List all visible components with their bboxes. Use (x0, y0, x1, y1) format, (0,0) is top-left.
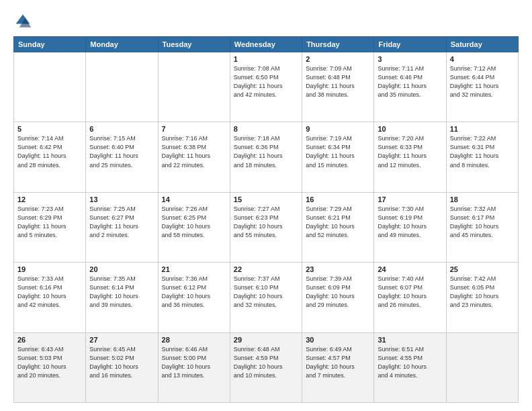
calendar-cell: 16Sunrise: 7:29 AM Sunset: 6:21 PM Dayli… (302, 192, 374, 262)
day-number: 7 (162, 125, 226, 133)
calendar-cell: 17Sunrise: 7:30 AM Sunset: 6:19 PM Dayli… (374, 192, 446, 262)
weekday-header-thursday: Thursday (302, 37, 374, 52)
day-info: Sunrise: 7:19 AM Sunset: 6:34 PM Dayligh… (306, 134, 370, 169)
calendar-cell: 26Sunrise: 6:43 AM Sunset: 5:03 PM Dayli… (14, 332, 86, 402)
calendar-cell: 23Sunrise: 7:39 AM Sunset: 6:09 PM Dayli… (302, 263, 374, 332)
day-info: Sunrise: 7:23 AM Sunset: 6:29 PM Dayligh… (17, 205, 82, 240)
day-number: 22 (234, 265, 298, 273)
day-number: 31 (378, 336, 442, 344)
calendar-cell: 1Sunrise: 7:08 AM Sunset: 6:50 PM Daylig… (230, 52, 302, 122)
calendar-cell: 28Sunrise: 6:46 AM Sunset: 5:00 PM Dayli… (158, 332, 230, 402)
week-row-5: 26Sunrise: 6:43 AM Sunset: 5:03 PM Dayli… (14, 332, 519, 402)
calendar-cell: 2Sunrise: 7:09 AM Sunset: 6:48 PM Daylig… (302, 52, 374, 122)
calendar-table: SundayMondayTuesdayWednesdayThursdayFrid… (13, 36, 519, 403)
calendar-cell: 14Sunrise: 7:26 AM Sunset: 6:25 PM Dayli… (158, 192, 230, 262)
calendar-cell: 12Sunrise: 7:23 AM Sunset: 6:29 PM Dayli… (14, 192, 86, 262)
day-info: Sunrise: 7:16 AM Sunset: 6:38 PM Dayligh… (162, 134, 226, 169)
day-info: Sunrise: 7:09 AM Sunset: 6:48 PM Dayligh… (306, 64, 370, 99)
day-number: 23 (306, 265, 370, 273)
calendar-cell (158, 52, 230, 122)
weekday-header-sunday: Sunday (14, 37, 86, 52)
day-number: 28 (162, 336, 226, 344)
day-info: Sunrise: 7:33 AM Sunset: 6:16 PM Dayligh… (17, 275, 82, 310)
week-row-4: 19Sunrise: 7:33 AM Sunset: 6:16 PM Dayli… (14, 263, 519, 332)
day-number: 9 (306, 125, 370, 133)
day-number: 10 (378, 125, 442, 133)
day-info: Sunrise: 7:35 AM Sunset: 6:14 PM Dayligh… (89, 275, 154, 310)
day-number: 19 (17, 265, 82, 273)
calendar-cell (86, 52, 158, 122)
calendar-cell: 24Sunrise: 7:40 AM Sunset: 6:07 PM Dayli… (374, 263, 446, 332)
calendar-cell: 5Sunrise: 7:14 AM Sunset: 6:42 PM Daylig… (14, 122, 86, 192)
day-info: Sunrise: 7:15 AM Sunset: 6:40 PM Dayligh… (89, 134, 154, 169)
day-number: 20 (89, 265, 154, 273)
day-info: Sunrise: 7:40 AM Sunset: 6:07 PM Dayligh… (378, 275, 442, 310)
day-number: 26 (17, 336, 82, 344)
week-row-2: 5Sunrise: 7:14 AM Sunset: 6:42 PM Daylig… (14, 122, 519, 192)
day-number: 29 (234, 336, 298, 344)
day-info: Sunrise: 7:14 AM Sunset: 6:42 PM Dayligh… (17, 134, 82, 169)
calendar-cell: 31Sunrise: 6:51 AM Sunset: 4:55 PM Dayli… (374, 332, 446, 402)
day-info: Sunrise: 6:49 AM Sunset: 4:57 PM Dayligh… (306, 345, 370, 380)
calendar-cell: 25Sunrise: 7:42 AM Sunset: 6:05 PM Dayli… (446, 263, 518, 332)
weekday-header-saturday: Saturday (446, 37, 518, 52)
day-info: Sunrise: 6:51 AM Sunset: 4:55 PM Dayligh… (378, 345, 442, 380)
day-info: Sunrise: 7:32 AM Sunset: 6:17 PM Dayligh… (450, 205, 515, 240)
weekday-header-tuesday: Tuesday (158, 37, 230, 52)
weekday-header-monday: Monday (86, 37, 158, 52)
calendar-cell: 8Sunrise: 7:18 AM Sunset: 6:36 PM Daylig… (230, 122, 302, 192)
day-info: Sunrise: 6:45 AM Sunset: 5:02 PM Dayligh… (89, 345, 154, 380)
day-number: 14 (162, 195, 226, 203)
day-number: 18 (450, 195, 515, 203)
day-number: 6 (89, 125, 154, 133)
day-info: Sunrise: 7:37 AM Sunset: 6:10 PM Dayligh… (234, 275, 298, 310)
day-number: 15 (234, 195, 298, 203)
day-number: 25 (450, 265, 515, 273)
header (13, 12, 519, 31)
day-info: Sunrise: 7:12 AM Sunset: 6:44 PM Dayligh… (450, 64, 515, 99)
logo-icon (13, 12, 32, 31)
day-number: 8 (234, 125, 298, 133)
calendar-cell: 15Sunrise: 7:27 AM Sunset: 6:23 PM Dayli… (230, 192, 302, 262)
day-info: Sunrise: 7:26 AM Sunset: 6:25 PM Dayligh… (162, 205, 226, 240)
day-info: Sunrise: 7:20 AM Sunset: 6:33 PM Dayligh… (378, 134, 442, 169)
calendar-cell: 29Sunrise: 6:48 AM Sunset: 4:59 PM Dayli… (230, 332, 302, 402)
day-info: Sunrise: 7:42 AM Sunset: 6:05 PM Dayligh… (450, 275, 515, 310)
calendar-cell: 18Sunrise: 7:32 AM Sunset: 6:17 PM Dayli… (446, 192, 518, 262)
calendar-cell: 10Sunrise: 7:20 AM Sunset: 6:33 PM Dayli… (374, 122, 446, 192)
day-number: 16 (306, 195, 370, 203)
day-info: Sunrise: 7:39 AM Sunset: 6:09 PM Dayligh… (306, 275, 370, 310)
week-row-3: 12Sunrise: 7:23 AM Sunset: 6:29 PM Dayli… (14, 192, 519, 262)
day-number: 5 (17, 125, 82, 133)
calendar-cell: 7Sunrise: 7:16 AM Sunset: 6:38 PM Daylig… (158, 122, 230, 192)
calendar-cell: 6Sunrise: 7:15 AM Sunset: 6:40 PM Daylig… (86, 122, 158, 192)
day-number: 27 (89, 336, 154, 344)
weekday-header-friday: Friday (374, 37, 446, 52)
day-info: Sunrise: 7:18 AM Sunset: 6:36 PM Dayligh… (234, 134, 298, 169)
calendar-cell: 13Sunrise: 7:25 AM Sunset: 6:27 PM Dayli… (86, 192, 158, 262)
weekday-header-row: SundayMondayTuesdayWednesdayThursdayFrid… (14, 37, 519, 52)
week-row-1: 1Sunrise: 7:08 AM Sunset: 6:50 PM Daylig… (14, 52, 519, 122)
calendar-cell: 19Sunrise: 7:33 AM Sunset: 6:16 PM Dayli… (14, 263, 86, 332)
calendar-cell: 11Sunrise: 7:22 AM Sunset: 6:31 PM Dayli… (446, 122, 518, 192)
logo (13, 12, 35, 31)
calendar-cell: 20Sunrise: 7:35 AM Sunset: 6:14 PM Dayli… (86, 263, 158, 332)
day-info: Sunrise: 7:22 AM Sunset: 6:31 PM Dayligh… (450, 134, 515, 169)
page: SundayMondayTuesdayWednesdayThursdayFrid… (0, 0, 532, 411)
day-number: 4 (450, 55, 515, 63)
day-info: Sunrise: 6:48 AM Sunset: 4:59 PM Dayligh… (234, 345, 298, 380)
day-info: Sunrise: 6:46 AM Sunset: 5:00 PM Dayligh… (162, 345, 226, 380)
calendar-cell: 4Sunrise: 7:12 AM Sunset: 6:44 PM Daylig… (446, 52, 518, 122)
calendar-cell (14, 52, 86, 122)
day-number: 13 (89, 195, 154, 203)
day-number: 3 (378, 55, 442, 63)
day-info: Sunrise: 7:27 AM Sunset: 6:23 PM Dayligh… (234, 205, 298, 240)
calendar-cell: 3Sunrise: 7:11 AM Sunset: 6:46 PM Daylig… (374, 52, 446, 122)
day-info: Sunrise: 7:36 AM Sunset: 6:12 PM Dayligh… (162, 275, 226, 310)
day-info: Sunrise: 7:25 AM Sunset: 6:27 PM Dayligh… (89, 205, 154, 240)
day-number: 21 (162, 265, 226, 273)
day-number: 30 (306, 336, 370, 344)
day-number: 1 (234, 55, 298, 63)
day-number: 17 (378, 195, 442, 203)
day-info: Sunrise: 7:08 AM Sunset: 6:50 PM Dayligh… (234, 64, 298, 99)
